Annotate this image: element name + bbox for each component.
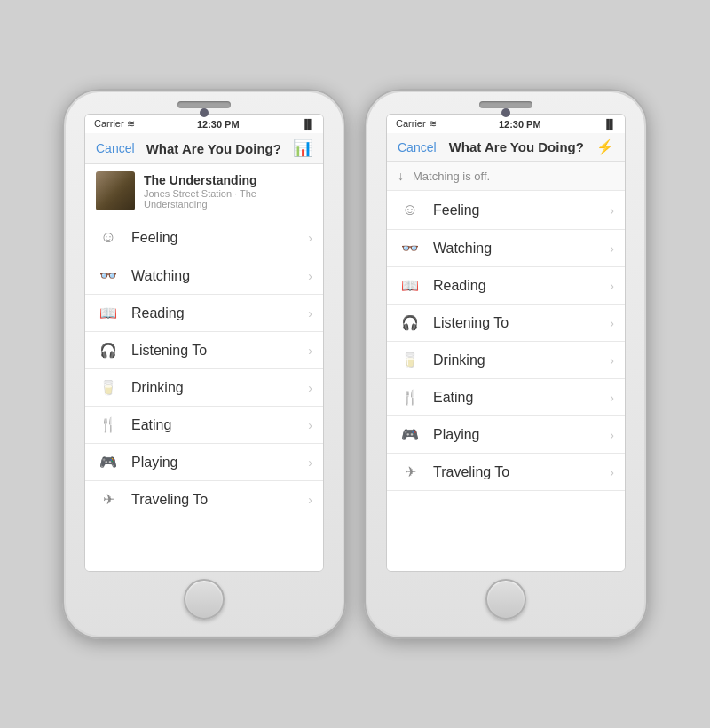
speaker-2 <box>479 101 532 108</box>
reading-icon-2: 📖 <box>398 277 422 294</box>
eating-label-2: Eating <box>433 390 610 406</box>
list-item[interactable]: 🥛 Drinking › <box>387 342 625 379</box>
playing-chevron-2: › <box>610 428 614 442</box>
feeling-chevron-2: › <box>610 203 614 218</box>
list-1: ☺ Feeling › 👓 Watching › 📖 Reading › 🎧 L… <box>85 218 323 571</box>
music-title-1: The Understanding <box>144 173 312 187</box>
time-2: 12:30 PM <box>499 119 541 130</box>
chart-icon-1[interactable]: 📊 <box>293 138 312 158</box>
nav-bar-2: Cancel What Are You Doing? ⚡ <box>387 133 625 162</box>
listening-label-2: Listening To <box>433 315 610 331</box>
nav-bar-1: Cancel What Are You Doing? 📊 <box>85 133 323 164</box>
reading-icon-1: 📖 <box>96 305 121 321</box>
feeling-label-2: Feeling <box>433 202 610 218</box>
list-item[interactable]: 🍴 Eating › <box>387 379 625 416</box>
drinking-icon-2: 🥛 <box>398 352 422 368</box>
matching-text-2: Matching is off. <box>413 170 490 183</box>
list-item[interactable]: 🎮 Playing › <box>85 444 323 481</box>
screen-1: Carrier ≋ 12:30 PM ▐▌ Cancel What Are Yo… <box>84 114 324 572</box>
camera-2 <box>501 108 510 117</box>
list-item[interactable]: 📖 Reading › <box>387 267 625 305</box>
traveling-chevron-1: › <box>308 493 312 507</box>
playing-icon-2: 🎮 <box>398 426 422 443</box>
music-subtitle-1: Jones Street Station · The Understanding <box>144 188 312 210</box>
list-item[interactable]: ☺ Feeling › <box>85 218 323 257</box>
eating-chevron-1: › <box>308 418 312 432</box>
matching-arrow-2: ↓ <box>398 169 404 183</box>
carrier-2: Carrier ≋ <box>396 118 437 130</box>
list-item[interactable]: ✈ Traveling To › <box>85 481 323 518</box>
list-item[interactable]: 👓 Watching › <box>387 230 625 267</box>
matching-off-bar-2: ↓ Matching is off. <box>387 162 625 191</box>
list-item[interactable]: 🍴 Eating › <box>85 407 323 444</box>
playing-icon-1: 🎮 <box>96 454 121 471</box>
music-info-1: The Understanding Jones Street Station ·… <box>144 173 312 210</box>
drinking-label-2: Drinking <box>433 352 610 368</box>
watching-chevron-1: › <box>308 269 312 283</box>
battery-2: ▐▌ <box>604 119 616 129</box>
watching-icon-2: 👓 <box>398 240 422 257</box>
watching-chevron-2: › <box>610 241 614 256</box>
list-item[interactable]: ☺ Feeling › <box>387 191 625 230</box>
feeling-chevron-1: › <box>308 231 312 245</box>
reading-label-2: Reading <box>433 278 610 294</box>
list-item[interactable]: 🎧 Listening To › <box>387 305 625 342</box>
playing-label-2: Playing <box>433 427 610 443</box>
speaker-1 <box>178 101 231 108</box>
list-item[interactable]: 📖 Reading › <box>85 295 323 332</box>
cancel-button-2[interactable]: Cancel <box>398 140 437 154</box>
phone-2: Carrier ≋ 12:30 PM ▐▌ Cancel What Are Yo… <box>364 89 648 639</box>
traveling-label-1: Traveling To <box>131 492 308 508</box>
listening-icon-2: 🎧 <box>398 314 422 331</box>
carrier-1: Carrier ≋ <box>94 118 135 130</box>
home-button-1[interactable] <box>184 579 225 620</box>
list-item[interactable]: 🎮 Playing › <box>387 416 625 454</box>
reading-chevron-2: › <box>610 279 614 293</box>
listening-icon-1: 🎧 <box>96 342 121 359</box>
list-item[interactable]: 🥛 Drinking › <box>85 369 323 407</box>
listening-chevron-2: › <box>610 316 614 330</box>
watching-icon-1: 👓 <box>96 267 121 284</box>
drinking-chevron-2: › <box>610 353 614 368</box>
cancel-button-1[interactable]: Cancel <box>96 141 135 155</box>
music-cell-1[interactable]: The Understanding Jones Street Station ·… <box>85 164 323 218</box>
status-bar-2: Carrier ≋ 12:30 PM ▐▌ <box>387 115 625 133</box>
watching-label-2: Watching <box>433 241 610 257</box>
screen-2: Carrier ≋ 12:30 PM ▐▌ Cancel What Are Yo… <box>386 114 626 572</box>
phones-container: Carrier ≋ 12:30 PM ▐▌ Cancel What Are Yo… <box>62 89 648 639</box>
camera-1 <box>200 108 209 117</box>
list-2: ☺ Feeling › 👓 Watching › 📖 Reading › 🎧 L… <box>387 191 625 571</box>
eating-chevron-2: › <box>610 391 614 405</box>
feeling-icon-1: ☺ <box>96 228 121 247</box>
battery-1: ▐▌ <box>302 119 314 129</box>
filter-icon-2[interactable]: ⚡ <box>596 138 614 155</box>
list-item[interactable]: ✈ Traveling To › <box>387 454 625 491</box>
eating-label-1: Eating <box>131 417 308 433</box>
time-1: 12:30 PM <box>197 119 240 130</box>
listening-label-1: Listening To <box>131 343 308 359</box>
eating-icon-2: 🍴 <box>398 389 422 406</box>
reading-chevron-1: › <box>308 306 312 320</box>
status-bar-1: Carrier ≋ 12:30 PM ▐▌ <box>85 115 323 133</box>
reading-label-1: Reading <box>131 305 308 321</box>
feeling-label-1: Feeling <box>131 230 308 246</box>
playing-chevron-1: › <box>308 455 312 470</box>
list-item[interactable]: 🎧 Listening To › <box>85 332 323 369</box>
phone-1: Carrier ≋ 12:30 PM ▐▌ Cancel What Are Yo… <box>62 89 346 639</box>
eating-icon-1: 🍴 <box>96 416 121 433</box>
album-art-1 <box>96 171 135 210</box>
list-item[interactable]: 👓 Watching › <box>85 257 323 295</box>
drinking-label-1: Drinking <box>131 380 308 396</box>
watching-label-1: Watching <box>131 268 308 284</box>
traveling-icon-2: ✈ <box>398 463 422 480</box>
nav-title-1: What Are You Doing? <box>146 141 281 156</box>
traveling-icon-1: ✈ <box>96 491 121 508</box>
drinking-icon-1: 🥛 <box>96 379 121 396</box>
traveling-label-2: Traveling To <box>433 464 610 480</box>
nav-title-2: What Are You Doing? <box>449 139 584 154</box>
home-button-2[interactable] <box>485 579 526 620</box>
drinking-chevron-1: › <box>308 381 312 395</box>
listening-chevron-1: › <box>308 344 312 358</box>
playing-label-1: Playing <box>131 455 308 471</box>
traveling-chevron-2: › <box>610 465 614 479</box>
